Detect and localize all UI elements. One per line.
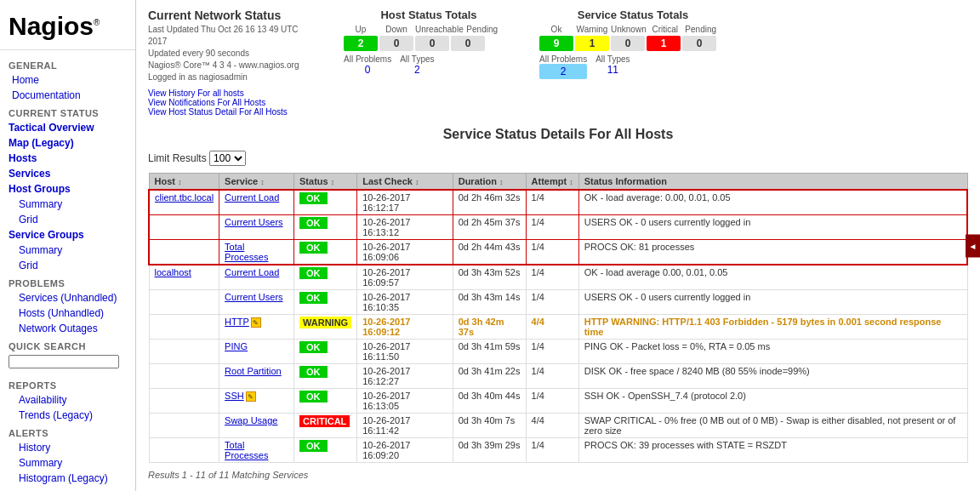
host-all-types-value[interactable]: 2	[400, 64, 434, 76]
table-row: Current UsersOK10-26-2017 16:10:350d 3h …	[149, 290, 967, 315]
sidebar-item-documentation[interactable]: Documentation	[0, 88, 135, 103]
host-all-problems-value[interactable]: 0	[344, 64, 391, 76]
service-status-totals: Service Status Totals Ok Warning Unknown…	[539, 9, 726, 79]
current-status-title: Current Network Status	[148, 9, 318, 22]
sidebar-item-alert-history[interactable]: History	[0, 440, 135, 455]
limit-label: Limit Results	[148, 152, 207, 164]
svc-warning-label: Warning	[575, 25, 609, 34]
table-row: client.tbc.localCurrent LoadOK10-26-2017…	[149, 190, 967, 215]
table-cell-service: Current Load	[219, 265, 294, 290]
logged-in: Logged in as nagiosadmin	[148, 71, 318, 83]
svc-all-problems-value[interactable]: 2	[539, 64, 587, 79]
sidebar-item-sg-grid[interactable]: Grid	[0, 258, 135, 273]
sidebar-item-hg-summary[interactable]: Summary	[0, 197, 135, 212]
sidebar-item-alert-summary[interactable]: Summary	[0, 455, 135, 471]
sidebar-item-services-unhandled[interactable]: Services (Unhandled)	[0, 290, 135, 305]
table-cell-info: SWAP CRITICAL - 0% free (0 MB out of 0 M…	[578, 414, 967, 438]
host-pending-value[interactable]: 0	[451, 36, 485, 51]
sidebar-item-trends-legacy[interactable]: Trends (Legacy)	[0, 408, 135, 423]
sidebar-item-hosts[interactable]: Hosts	[0, 151, 135, 166]
sidebar-item-network-outages[interactable]: Network Outages	[0, 321, 135, 336]
service-link[interactable]: PING	[225, 341, 248, 351]
table-cell-attempt: 1/4	[526, 389, 578, 414]
current-status-block: Current Network Status Last Updated Thu …	[148, 9, 318, 117]
col-service[interactable]: Service ↕	[219, 174, 294, 191]
table-cell-attempt: 4/4	[526, 414, 578, 438]
service-link[interactable]: Current Load	[225, 267, 279, 277]
status-badge: CRITICAL	[299, 415, 350, 427]
service-link[interactable]: Current Load	[225, 192, 279, 203]
status-badge: OK	[299, 341, 328, 353]
sidebar-item-service-groups[interactable]: Service Groups	[0, 227, 135, 243]
service-link[interactable]: Swap Usage	[225, 415, 277, 425]
view-notifications-link[interactable]: View Notifications For All Hosts	[148, 98, 318, 107]
svc-unknown-value[interactable]: 0	[611, 36, 645, 51]
table-cell-service: Current Users	[219, 215, 294, 240]
col-host[interactable]: Host ↕	[149, 174, 219, 191]
col-duration[interactable]: Duration ↕	[453, 174, 526, 191]
table-cell-attempt: 1/4	[526, 240, 578, 265]
svc-all-types-value[interactable]: 11	[595, 64, 630, 76]
service-link[interactable]: HTTP	[225, 317, 249, 327]
sidebar-item-hosts-unhandled[interactable]: Hosts (Unhandled)	[0, 305, 135, 321]
svc-critical-value[interactable]: 1	[647, 36, 681, 51]
status-badge: WARNING	[299, 317, 351, 328]
current-status-section-label: Current Status	[0, 103, 135, 120]
table-cell-service: Swap Usage	[219, 414, 294, 438]
table-cell-status: CRITICAL	[294, 414, 357, 438]
service-link[interactable]: SSH	[225, 391, 244, 401]
table-cell-last-check: 10-26-2017 16:09:20	[357, 438, 453, 463]
view-host-status-link[interactable]: View Host Status Detail For All Hosts	[148, 107, 318, 117]
table-cell-status: OK	[294, 240, 357, 265]
right-tab[interactable]: ◄	[966, 234, 980, 257]
col-last-check[interactable]: Last Check ↕	[357, 174, 453, 191]
service-link[interactable]: Total Processes	[225, 242, 268, 262]
limit-select[interactable]: 100 25 50 200	[209, 151, 246, 166]
note-icon: ✎	[246, 391, 256, 402]
sidebar-item-services[interactable]: Services	[0, 166, 135, 181]
host-unreachable-value[interactable]: 0	[415, 36, 449, 51]
view-history-link[interactable]: View History For all hosts	[148, 88, 318, 98]
host-up-value[interactable]: 2	[344, 36, 378, 51]
service-link[interactable]: Current Users	[225, 217, 282, 227]
sidebar-item-availability[interactable]: Availability	[0, 392, 135, 408]
table-cell-duration: 0d 3h 41m 59s	[453, 340, 526, 364]
host-link[interactable]: client.tbc.local	[155, 192, 214, 203]
table-cell-attempt: 1/4	[526, 215, 578, 240]
sidebar-item-host-groups[interactable]: Host Groups	[0, 181, 135, 197]
table-row: localhostCurrent LoadOK10-26-2017 16:09:…	[149, 265, 967, 290]
status-badge: OK	[299, 440, 328, 452]
col-attempt[interactable]: Attempt ↕	[526, 174, 578, 191]
table-cell-service: Root Partition	[219, 364, 294, 389]
table-cell-status: OK	[294, 389, 357, 414]
table-cell-last-check: 10-26-2017 16:11:50	[357, 340, 453, 364]
sidebar-item-sg-summary[interactable]: Summary	[0, 243, 135, 258]
sidebar: Nagios® General Home Documentation Curre…	[0, 0, 136, 491]
sidebar-item-home[interactable]: Home	[0, 72, 135, 88]
host-down-value[interactable]: 0	[379, 36, 413, 51]
host-down-label: Down	[379, 25, 413, 34]
status-badge: OK	[299, 267, 328, 279]
svc-warning-value[interactable]: 1	[575, 36, 609, 51]
service-link[interactable]: Total Processes	[225, 440, 268, 460]
service-link[interactable]: Root Partition	[225, 366, 282, 376]
sidebar-item-map-legacy[interactable]: Map (Legacy)	[0, 135, 135, 151]
sidebar-item-histogram-legacy[interactable]: Histogram (Legacy)	[0, 471, 135, 486]
service-link[interactable]: Current Users	[225, 292, 282, 302]
svc-ok-value[interactable]: 9	[539, 36, 573, 51]
table-cell-attempt: 1/4	[526, 364, 578, 389]
sidebar-item-tactical-overview[interactable]: Tactical Overview	[0, 120, 135, 135]
host-link[interactable]: localhost	[155, 267, 191, 277]
svc-pending-value[interactable]: 0	[682, 36, 716, 51]
col-status[interactable]: Status ↕	[294, 174, 357, 191]
table-cell-attempt: 1/4	[526, 290, 578, 315]
table-cell-last-check: 10-26-2017 16:09:12	[357, 315, 453, 340]
logo-area: Nagios®	[0, 7, 135, 50]
quick-search-input[interactable]	[9, 355, 119, 368]
table-cell-service: Current Load	[219, 190, 294, 215]
table-cell-duration: 0d 3h 43m 52s	[453, 265, 526, 290]
host-up-label: Up	[344, 25, 378, 34]
table-cell-status: OK	[294, 290, 357, 315]
table-cell-last-check: 10-26-2017 16:13:12	[357, 215, 453, 240]
sidebar-item-hg-grid[interactable]: Grid	[0, 212, 135, 227]
